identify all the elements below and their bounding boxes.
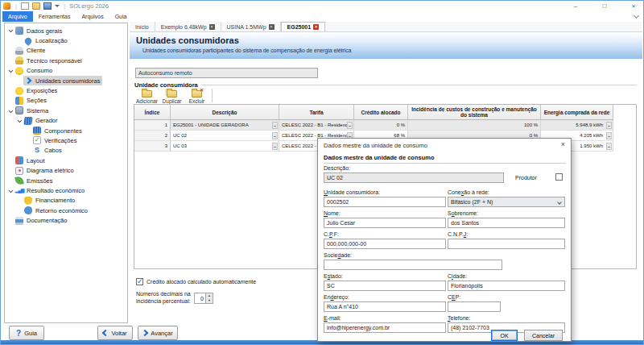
tab-close-icon[interactable]: × xyxy=(313,24,319,30)
cell-dropdown-icon[interactable] xyxy=(272,122,278,129)
sidebar-item-retorno-economico[interactable]: Retorno econômico xyxy=(5,206,127,215)
column-header-descricao[interactable]: Descrição xyxy=(171,105,279,120)
toolbar-duplicar-button[interactable]: Duplicar xyxy=(159,89,184,104)
toolbar-adicionar-button[interactable]: Adicionar xyxy=(134,89,159,104)
save-icon[interactable] xyxy=(43,2,52,10)
dialog-close-icon[interactable]: × xyxy=(561,140,565,148)
new-file-icon[interactable] xyxy=(21,2,29,10)
decimals-stepper[interactable]: 0 ▲ ▼ xyxy=(194,293,213,304)
field-email-input[interactable]: info@hiperenergy.com.br xyxy=(324,322,446,333)
sidebar-item-exposicoes[interactable]: Exposições xyxy=(5,85,127,95)
sidebar-item-sistema[interactable]: Sistema xyxy=(5,106,127,115)
sidebar-item-verificacoes[interactable]: Verificações xyxy=(5,135,127,145)
cancel-button[interactable]: Cancelar xyxy=(524,330,563,341)
cell-dropdown-icon[interactable] xyxy=(272,132,278,139)
cell-r3-descricao[interactable]: UC 03 xyxy=(171,141,279,152)
avancar-button[interactable]: Avançar xyxy=(138,326,178,340)
tab-close-icon[interactable]: × xyxy=(269,24,275,30)
cell-dropdown-icon[interactable] xyxy=(272,143,278,150)
cell-r1-indice[interactable]: 1 xyxy=(134,120,171,131)
sidebar-item-cabos[interactable]: Cabos xyxy=(5,146,127,156)
cell-text: 1 xyxy=(165,123,167,127)
sidebar-item-cliente[interactable]: Cliente xyxy=(5,46,127,56)
credit-auto-checkbox[interactable] xyxy=(136,278,143,285)
column-header-indice[interactable]: Índice xyxy=(134,105,171,120)
cell-dropdown-icon[interactable] xyxy=(606,132,612,139)
app-window: | | SOLergo 2026 – □ × ArquivoFerramenta… xyxy=(0,0,644,345)
sidebar-item-componentes[interactable]: Componentes xyxy=(5,126,127,135)
dados-gerais-icon xyxy=(15,27,23,35)
produtor-checkbox[interactable] xyxy=(555,173,563,181)
cell-r1-tarifa[interactable]: CELESC 2022 - B1 - Residencial Normal xyxy=(279,120,354,131)
sidebar-item-documentacao[interactable]: Documentação xyxy=(5,215,127,225)
field-cpf-input[interactable]: 000.000.000-00 xyxy=(324,239,446,249)
tree-item-highlight: Cliente xyxy=(14,46,47,56)
tab-exemplo-6-48kwp[interactable]: Exemplo 6.48kWp× xyxy=(155,22,221,31)
cell-r2-indice[interactable]: 2 xyxy=(134,131,171,141)
sidebar-item-gerador[interactable]: Gerador xyxy=(5,116,127,126)
decimals-value[interactable]: 0 xyxy=(195,293,205,303)
gerador-icon xyxy=(23,117,32,125)
ok-button[interactable]: OK xyxy=(491,330,518,341)
sidebar-item-tecnico-responsavel[interactable]: Técnico responsável xyxy=(5,56,127,65)
sidebar-item-dados-gerais[interactable]: Dados gerais xyxy=(5,26,127,35)
toolbar-excluir-button[interactable]: Excluir xyxy=(184,89,209,104)
field-value: 0002502 xyxy=(327,199,349,205)
sidebar-item-localizacao[interactable]: Localização xyxy=(5,35,127,45)
field-cnpj-input[interactable] xyxy=(448,239,565,249)
tab-close-icon[interactable]: × xyxy=(209,24,215,30)
expander-chevron-icon[interactable] xyxy=(6,110,14,113)
minimize-button[interactable]: – xyxy=(571,1,580,11)
sidebar-item-diagrama-eletrico[interactable]: Diagrama elétrico xyxy=(5,165,127,175)
menu-guia[interactable]: Guia xyxy=(109,11,133,22)
expander-chevron-icon[interactable] xyxy=(6,29,14,32)
column-header-credito-alocado[interactable]: Crédito alocado xyxy=(354,105,408,120)
field-conexao-rede-select[interactable]: Bifásico (2F + N) xyxy=(448,197,565,207)
cell-r3-indice[interactable]: 3 xyxy=(134,141,171,152)
field-cep-input[interactable] xyxy=(448,301,501,312)
field-unidade-consumidora-input[interactable]: 0002502 xyxy=(324,197,446,207)
sidebar-item-financiamento[interactable]: Financiamento xyxy=(5,196,127,206)
expander-chevron-icon[interactable] xyxy=(15,119,23,123)
menu-arquivo[interactable]: Arquivo xyxy=(2,11,33,22)
close-button[interactable]: × xyxy=(629,1,638,11)
field-estado-input[interactable]: SC xyxy=(324,281,446,291)
maximize-button[interactable]: □ xyxy=(600,1,609,11)
guia-button[interactable]: ? Guia xyxy=(9,326,44,340)
tree-item-label: Cabos xyxy=(44,147,62,154)
menu-ferramentas[interactable]: Ferramentas xyxy=(33,11,76,22)
tab-usina-1-5mwp[interactable]: USINA 1.5MWp× xyxy=(221,22,281,31)
sidebar-item-secoes[interactable]: Seções xyxy=(5,96,127,106)
field-cidade-input[interactable]: Florianópolis xyxy=(448,281,565,291)
cell-r1-credito-aloc[interactable]: 0 % xyxy=(354,120,408,131)
cell-r1-energia-comp[interactable]: 5.948,9 kWh xyxy=(541,120,613,131)
expander-chevron-icon[interactable] xyxy=(6,189,14,193)
ribbon-collapse-chevron-icon[interactable] xyxy=(634,13,639,19)
cell-dropdown-icon[interactable] xyxy=(347,122,353,129)
column-header-incidencia-de-custos-de-[interactable]: Incidência de custos de construção e man… xyxy=(408,105,541,120)
tab-eg25001[interactable]: EG25001× xyxy=(281,22,326,31)
sidebar-item-consumo[interactable]: Consumo xyxy=(5,66,127,76)
consumer-unit-dialog: Dados mestre da unidade de consumo × Dad… xyxy=(317,138,572,342)
sidebar-item-unidades-consumidoras[interactable]: Unidades consumidoras xyxy=(5,76,127,85)
quick-access-dropdown-icon[interactable] xyxy=(55,5,60,10)
stepper-down-icon[interactable]: ▼ xyxy=(206,298,213,303)
field-sobrenome-input[interactable]: dos Santos xyxy=(448,218,565,228)
cell-r1-descricao[interactable]: EG25001 - UNIDADE GERADORA xyxy=(171,120,279,131)
cell-dropdown-icon[interactable] xyxy=(606,122,612,129)
cell-r2-descricao[interactable]: UC 02 xyxy=(171,131,279,141)
open-folder-icon[interactable] xyxy=(32,2,40,10)
field-endereco-input[interactable]: Rua A n°410 xyxy=(324,301,446,312)
expander-chevron-icon[interactable] xyxy=(6,69,14,73)
voltar-button[interactable]: Voltar xyxy=(97,326,133,340)
field-sociedade-input[interactable] xyxy=(324,260,502,270)
column-header-energia-comprada-da-rede[interactable]: Energia comprada da rede xyxy=(541,105,613,120)
field-nome-input[interactable]: Julio Cesar xyxy=(324,218,446,228)
column-header-tarifa[interactable]: Tarifa xyxy=(279,105,354,120)
tab-inicio[interactable]: Início xyxy=(130,22,155,31)
sidebar-item-emissoes[interactable]: Emissões xyxy=(5,176,127,185)
menu-arquivos[interactable]: Arquivos xyxy=(76,11,109,22)
cell-dropdown-icon[interactable] xyxy=(606,143,612,150)
sidebar-item-layout[interactable]: Layout xyxy=(5,156,127,165)
sidebar-item-resultado-economico[interactable]: Resultado econômico xyxy=(5,185,127,195)
